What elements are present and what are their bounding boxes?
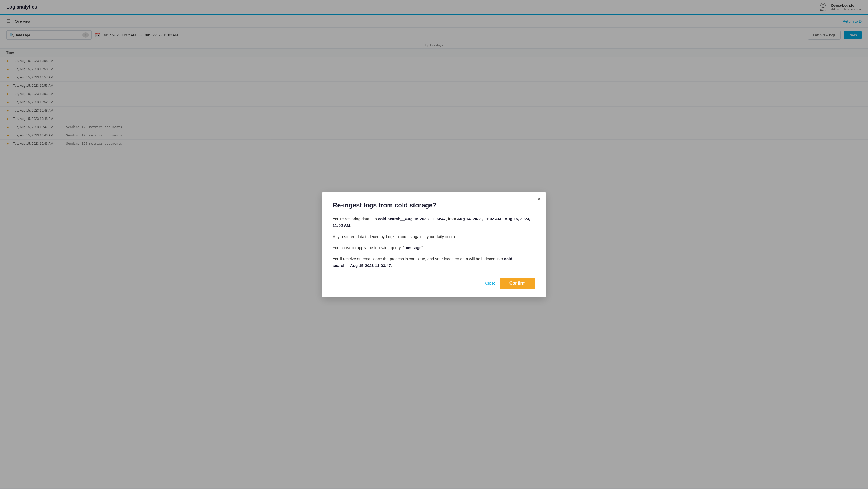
modal-close-x-button[interactable]: ×: [537, 196, 541, 202]
modal-dialog: × Re-ingest logs from cold storage? You'…: [322, 192, 546, 297]
modal-title: Re-ingest logs from cold storage?: [333, 202, 535, 209]
modal-footer: Close Confirm: [333, 278, 535, 289]
modal-overlay: × Re-ingest logs from cold storage? You'…: [0, 0, 868, 489]
modal-paragraph-1: You're restoring data into cold-search__…: [333, 215, 535, 229]
close-button[interactable]: Close: [485, 281, 495, 285]
modal-paragraph-4: You'll receive an email once the process…: [333, 255, 535, 269]
confirm-button[interactable]: Confirm: [500, 278, 535, 289]
modal-paragraph-2: Any restored data indexed by Logz.io cou…: [333, 233, 535, 240]
modal-body: You're restoring data into cold-search__…: [333, 215, 535, 269]
modal-paragraph-3: You chose to apply the following query: …: [333, 244, 535, 251]
